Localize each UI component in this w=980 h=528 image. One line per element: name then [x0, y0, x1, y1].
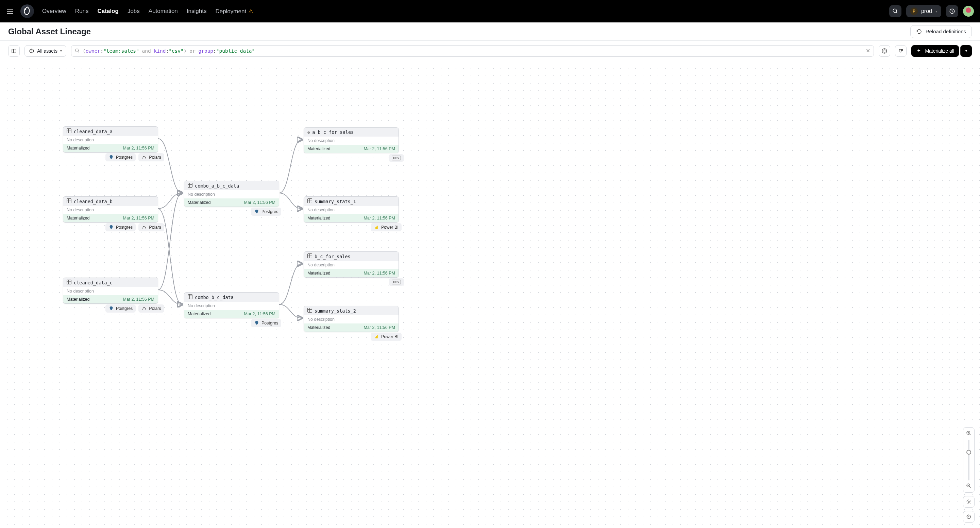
status-time: Mar 2, 11:56 PM: [244, 200, 275, 205]
node-header: summary_stats_2: [304, 306, 399, 315]
tag-powerbi[interactable]: Power BI: [371, 223, 402, 231]
user-avatar[interactable]: [963, 6, 974, 17]
globe-button[interactable]: [879, 45, 890, 57]
tag-postgres[interactable]: Postgres: [105, 223, 136, 231]
workspace-switcher[interactable]: P prod ▾: [906, 5, 941, 17]
asset-node-b_c_for_sales[interactable]: b_c_for_salesNo descriptionMaterializedM…: [304, 251, 399, 277]
asset-node-summary_stats_1[interactable]: summary_stats_1No descriptionMaterialize…: [304, 197, 399, 222]
nav-link-deployment[interactable]: Deployment⚠: [215, 8, 253, 15]
status-label: Materialized: [188, 200, 210, 205]
nav-link-runs[interactable]: Runs: [75, 8, 89, 15]
workspace-name: prod: [921, 8, 932, 14]
table-icon: [67, 128, 72, 134]
table-icon: [67, 198, 72, 204]
nav-link-insights[interactable]: Insights: [187, 8, 207, 15]
polars-icon: [142, 155, 147, 160]
asset-node-cleaned_data_a[interactable]: cleaned_data_aNo descriptionMaterialized…: [63, 127, 158, 152]
reload-definitions-button[interactable]: Reload definitions: [910, 25, 972, 38]
tag-polars[interactable]: Polars: [138, 153, 164, 162]
table-icon: [307, 198, 312, 204]
tag-label: Postgres: [116, 225, 133, 230]
tag-postgres[interactable]: Postgres: [105, 304, 136, 312]
tag-powerbi[interactable]: Power BI: [371, 333, 402, 341]
chevron-down-icon: ▾: [966, 49, 967, 53]
tag-postgres[interactable]: Postgres: [105, 153, 136, 162]
zoom-in-icon: [966, 430, 972, 436]
node-tags: PostgresPolars: [105, 304, 164, 312]
tag-csv[interactable]: CSV: [389, 154, 404, 162]
help-button[interactable]: ?: [946, 5, 958, 17]
node-name: cleaned_data_b: [74, 199, 113, 204]
edge-combo_b_c_data-b_c_for_sales: [279, 264, 302, 304]
chevron-down-icon: ▾: [935, 10, 937, 13]
node-status: MaterializedMar 2, 11:56 PM: [184, 198, 279, 206]
center-button[interactable]: [963, 511, 975, 523]
csv-icon: CSV: [392, 155, 401, 160]
search-content: (owner:"team:sales" and kind:"csv") or g…: [83, 48, 255, 54]
asset-filter-dropdown[interactable]: All assets ▾: [24, 45, 66, 57]
lineage-canvas[interactable]: cleaned_data_aNo descriptionMaterialized…: [0, 61, 980, 528]
status-label: Materialized: [307, 271, 330, 276]
node-status: MaterializedMar 2, 11:56 PM: [304, 269, 399, 277]
node-header: combo_a_b_c_data: [184, 181, 279, 190]
menu-button[interactable]: [6, 7, 14, 15]
node-description: No description: [304, 136, 399, 145]
reload-icon: [916, 29, 922, 35]
asset-node-cleaned_data_c[interactable]: cleaned_data_cNo descriptionMaterialized…: [63, 277, 158, 304]
node-name: combo_a_b_c_data: [195, 183, 239, 189]
search-input[interactable]: (owner:"team:sales" and kind:"csv") or g…: [71, 45, 874, 57]
tag-postgres[interactable]: Postgres: [251, 319, 281, 327]
status-label: Materialized: [188, 312, 210, 316]
nav-link-catalog[interactable]: Catalog: [98, 8, 119, 15]
tag-label: Polars: [149, 225, 161, 230]
status-label: Materialized: [307, 325, 330, 330]
tag-csv[interactable]: CSV: [389, 278, 404, 286]
settings-button[interactable]: [963, 496, 975, 507]
nav-link-overview[interactable]: Overview: [42, 8, 66, 15]
hamburger-icon: [6, 7, 14, 15]
tag-polars[interactable]: Polars: [138, 304, 164, 312]
materialize-dropdown-button[interactable]: ▾: [960, 45, 972, 57]
csv-icon: CSV: [392, 280, 401, 284]
node-name: cleaned_data_a: [74, 129, 113, 134]
node-tags: PostgresPolars: [105, 153, 164, 162]
search-button[interactable]: [889, 5, 902, 17]
tag-postgres[interactable]: Postgres: [251, 208, 281, 216]
node-tags: CSV: [389, 154, 404, 162]
page-header: Global Asset Lineage Reload definitions: [0, 22, 980, 41]
search-icon: [892, 8, 898, 14]
nav-link-automation[interactable]: Automation: [149, 8, 178, 15]
zoom-track[interactable]: [968, 440, 969, 480]
asset-node-summary_stats_2[interactable]: summary_stats_2No descriptionMaterialize…: [304, 306, 399, 332]
asset-node-combo_b_c_data[interactable]: combo_b_c_dataNo descriptionMaterialized…: [184, 292, 279, 319]
node-description: No description: [63, 136, 158, 144]
status-time: Mar 2, 11:56 PM: [123, 146, 154, 151]
asset-node-cleaned_data_b[interactable]: cleaned_data_bNo descriptionMaterialized…: [63, 197, 158, 222]
table-icon: [307, 254, 312, 259]
app-logo[interactable]: [21, 5, 34, 18]
postgres-icon: [254, 320, 259, 326]
node-header: summary_stats_1: [304, 197, 399, 206]
polars-icon: [142, 306, 147, 311]
panel-toggle-button[interactable]: [8, 45, 20, 57]
status-time: Mar 2, 11:56 PM: [364, 216, 395, 220]
zoom-out-button[interactable]: [966, 483, 972, 490]
tag-polars[interactable]: Polars: [138, 223, 164, 231]
asset-node-a_b_c_for_sales[interactable]: a_b_c_for_salesNo descriptionMaterialize…: [304, 127, 399, 153]
status-label: Materialized: [307, 216, 330, 220]
page-title: Global Asset Lineage: [8, 27, 91, 36]
clear-search-button[interactable]: ✕: [866, 48, 870, 54]
refresh-button[interactable]: [895, 45, 907, 57]
asset-node-combo_a_b_c_data[interactable]: combo_a_b_c_dataNo descriptionMaterializ…: [184, 181, 279, 207]
node-name: summary_stats_1: [315, 199, 356, 204]
node-name: summary_stats_2: [315, 308, 356, 314]
warning-icon: ⚠: [248, 8, 253, 14]
zoom-thumb[interactable]: [966, 450, 971, 455]
zoom-in-button[interactable]: [966, 430, 972, 437]
panel-icon: [11, 48, 17, 54]
status-label: Materialized: [67, 297, 89, 302]
nav-link-jobs[interactable]: Jobs: [127, 8, 140, 15]
node-tags: Power BI: [371, 333, 402, 341]
tag-label: Postgres: [116, 155, 133, 160]
materialize-all-button[interactable]: Materialize all: [911, 45, 959, 57]
